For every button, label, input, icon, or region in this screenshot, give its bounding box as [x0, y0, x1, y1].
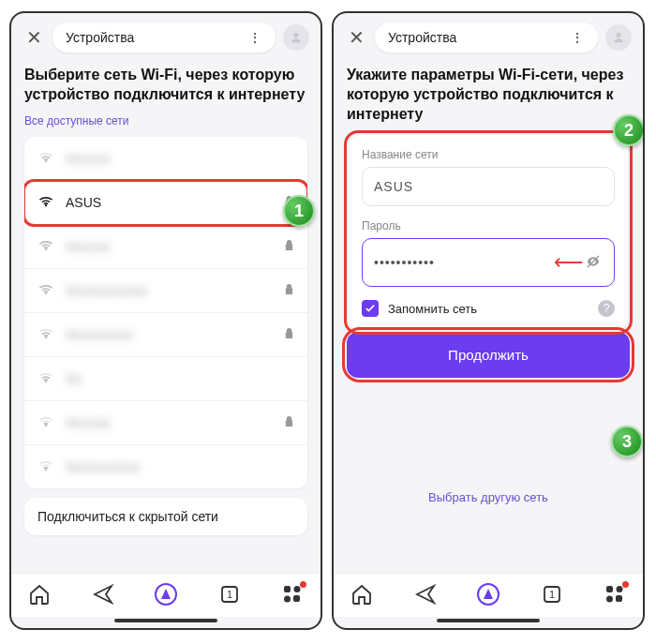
wifi-name: Xxxxxx [66, 239, 284, 254]
remember-label: Запомнить сеть [388, 302, 589, 316]
home-indicator [114, 619, 217, 622]
svg-point-3 [45, 292, 47, 293]
title-pill[interactable]: Устройства ⋮ [375, 22, 598, 52]
annotation-badge-1: 1 [283, 195, 315, 227]
svg-point-20 [617, 586, 623, 592]
lock-icon [284, 238, 294, 255]
screen-network-params: ✕ Устройства ⋮ Укажите параметры Wi-Fi-с… [332, 11, 645, 630]
nav-tabs-icon[interactable]: 1 [218, 583, 241, 609]
wifi-icon [37, 238, 54, 255]
svg-rect-11 [284, 586, 291, 592]
svg-point-4 [45, 336, 47, 337]
remember-row: Запомнить сеть ? [362, 300, 615, 317]
annotation-arrow: ⟵ [554, 250, 584, 275]
continue-highlight: Продолжить [347, 332, 630, 378]
nav-send-icon[interactable] [92, 583, 114, 609]
annotation-badge-3: 3 [611, 426, 643, 457]
network-name-input[interactable]: ASUS [362, 167, 615, 206]
nav-home-icon[interactable] [28, 583, 51, 609]
heading: Выберите сеть Wi-Fi, через которую устро… [24, 66, 307, 105]
choose-other-link[interactable]: Выбрать другую сеть [347, 490, 630, 504]
avatar[interactable] [605, 24, 632, 51]
help-icon[interactable]: ? [598, 300, 615, 317]
wifi-icon [37, 414, 54, 431]
svg-text:1: 1 [226, 589, 231, 600]
avatar[interactable] [283, 24, 309, 51]
wifi-name: Xxxxxxxxx [66, 327, 284, 342]
content-area: Выберите сеть Wi-Fi, через которую устро… [11, 60, 321, 573]
network-form: Название сети ASUS Пароль ••••••••••• ⟵ … [349, 135, 628, 330]
wifi-name: ASUS [66, 195, 284, 210]
wifi-row[interactable]: ASUS [24, 181, 307, 225]
all-networks-link[interactable]: Все доступные сети [24, 114, 307, 127]
wifi-name: Xxxxxx [66, 415, 284, 430]
lock-icon [284, 414, 294, 431]
network-name-label: Название сети [362, 148, 615, 161]
wifi-icon [37, 326, 54, 343]
nav-send-icon[interactable] [414, 583, 437, 609]
top-bar: ✕ Устройства ⋮ [334, 13, 643, 60]
lock-icon [284, 326, 294, 343]
svg-point-21 [606, 596, 613, 603]
wifi-row[interactable]: Xxxxxx [24, 401, 307, 445]
nav-alice-icon[interactable] [477, 583, 499, 609]
remember-checkbox[interactable] [362, 300, 379, 317]
close-icon[interactable]: ✕ [22, 26, 45, 49]
more-icon[interactable]: ⋮ [571, 30, 585, 45]
svg-point-1 [45, 203, 47, 205]
wifi-name: Xxxxxx [66, 151, 294, 166]
screen-select-network: ✕ Устройства ⋮ Выберите сеть Wi-Fi, чере… [9, 11, 322, 630]
wifi-name: Xxxxxxxxxx [66, 459, 294, 474]
wifi-row[interactable]: Xxxxxx [24, 137, 307, 181]
svg-point-13 [284, 596, 291, 603]
svg-rect-14 [293, 595, 300, 602]
wifi-name: Xx [66, 371, 294, 386]
svg-point-7 [45, 468, 47, 470]
bottom-nav: 1 [334, 573, 643, 617]
bottom-nav: 1 [11, 573, 321, 617]
continue-button[interactable]: Продолжить [347, 332, 630, 378]
password-input[interactable]: ••••••••••• ⟵ [362, 238, 615, 287]
wifi-icon [37, 194, 54, 211]
svg-point-6 [45, 424, 47, 426]
nav-apps-icon[interactable] [281, 583, 304, 609]
wifi-icon [37, 150, 54, 167]
page-title: Устройства [66, 30, 134, 45]
wifi-row[interactable]: Xxxxxx [24, 225, 307, 269]
wifi-row[interactable]: Xxxxxxxxxxx [24, 269, 307, 313]
notification-dot [622, 581, 629, 588]
top-bar: ✕ Устройства ⋮ [11, 13, 321, 60]
wifi-icon [37, 282, 54, 299]
nav-tabs-icon[interactable]: 1 [541, 583, 563, 609]
svg-point-0 [45, 159, 47, 161]
wifi-row[interactable]: Xxxxxxxxx [24, 313, 307, 357]
notification-dot [300, 581, 306, 588]
toggle-visibility-icon[interactable] [584, 254, 603, 272]
content-area: Укажите параметры Wi-Fi-сети, через кото… [334, 60, 643, 573]
wifi-icon [37, 370, 54, 387]
nav-apps-icon[interactable] [604, 583, 626, 609]
home-indicator [437, 619, 540, 622]
close-icon[interactable]: ✕ [345, 26, 367, 49]
wifi-row[interactable]: Xx [24, 357, 307, 401]
network-list: Xxxxxx ASUS Xxxxxx Xxxxxxxxxxx Xxxxxxxxx… [24, 137, 307, 488]
password-label: Пароль [362, 219, 615, 232]
wifi-icon [37, 458, 54, 475]
title-pill[interactable]: Устройства ⋮ [52, 22, 276, 52]
svg-point-12 [294, 586, 301, 592]
annotation-badge-2: 2 [613, 114, 643, 146]
nav-home-icon[interactable] [350, 583, 373, 609]
wifi-name: Xxxxxxxxxxx [66, 283, 284, 298]
svg-rect-19 [606, 586, 613, 592]
more-icon[interactable]: ⋮ [248, 30, 262, 45]
form-highlight: Название сети ASUS Пароль ••••••••••• ⟵ … [347, 133, 630, 332]
svg-text:1: 1 [548, 589, 554, 600]
svg-rect-22 [616, 595, 622, 602]
hidden-network-link[interactable]: Подключиться к скрытой сети [24, 498, 307, 535]
lock-icon [284, 282, 294, 299]
nav-alice-icon[interactable] [155, 583, 177, 609]
svg-point-5 [45, 380, 47, 382]
heading: Укажите параметры Wi-Fi-сети, через кото… [347, 66, 630, 124]
svg-point-2 [45, 247, 47, 249]
wifi-row[interactable]: Xxxxxxxxxx [24, 445, 307, 488]
